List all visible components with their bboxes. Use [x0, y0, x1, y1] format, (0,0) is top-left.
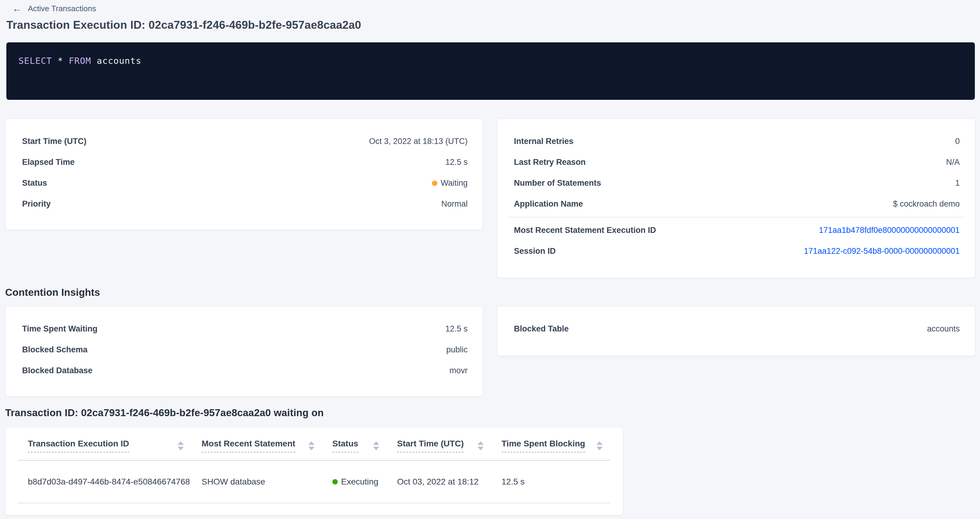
summary-label: Last Retry Reason: [514, 157, 585, 167]
column-header-start-time[interactable]: Start Time (UTC): [387, 427, 492, 460]
summary-row: Internal Retries 0: [514, 131, 960, 152]
column-header-label[interactable]: Status: [332, 439, 358, 452]
execution-details-card: Internal Retries 0 Last Retry Reason N/A…: [497, 119, 975, 278]
column-header-label[interactable]: Most Recent Statement: [202, 439, 295, 452]
blocked-database-value: movr: [449, 366, 468, 375]
sql-text: accounts: [91, 56, 142, 66]
summary-row: Status Waiting: [22, 173, 468, 194]
card-divider: [508, 217, 966, 217]
summary-label: Blocked Database: [22, 366, 92, 375]
last-retry-reason-value: N/A: [946, 157, 960, 167]
cell-start-time: Oct 03, 2022 at 18:12: [387, 477, 492, 487]
number-of-statements-value: 1: [955, 178, 960, 188]
status-text: Executing: [341, 477, 378, 487]
internal-retries-value: 0: [955, 137, 960, 146]
column-header-most-recent-statement[interactable]: Most Recent Statement: [192, 427, 322, 460]
summary-label: Session ID: [514, 246, 556, 256]
summary-row: Time Spent Waiting 12.5 s: [22, 319, 468, 339]
summary-row: Blocked Schema public: [22, 339, 468, 360]
summary-label: Status: [22, 178, 47, 188]
sort-arrows-icon[interactable]: [309, 441, 315, 450]
sql-keyword: FROM: [69, 56, 91, 66]
sort-arrows-icon[interactable]: [178, 441, 184, 450]
column-header-status[interactable]: Status: [322, 427, 387, 460]
cell-time-spent-blocking: 12.5 s: [492, 477, 611, 487]
waiting-on-table-card: Transaction Execution ID Most Recent Sta…: [5, 427, 623, 515]
sort-arrows-icon[interactable]: [477, 441, 484, 450]
priority-value: Normal: [441, 199, 468, 209]
summary-label: Application Name: [514, 199, 583, 209]
breadcrumb[interactable]: ← Active Transactions: [12, 4, 96, 13]
session-id-link[interactable]: 171aa122-c092-54b8-0000-000000000001: [804, 246, 960, 256]
waiting-on-heading: Transaction ID: 02ca7931-f246-469b-b2fe-…: [5, 407, 324, 419]
status-value: Waiting: [432, 178, 468, 188]
blocked-table-value: accounts: [927, 324, 960, 333]
summary-row: Blocked Table accounts: [514, 319, 960, 339]
status-executing-dot-icon: [332, 479, 338, 484]
blocked-table-card: Blocked Table accounts: [497, 306, 975, 356]
summary-label: Internal Retries: [514, 137, 574, 146]
table-header-row: Transaction Execution ID Most Recent Sta…: [18, 427, 611, 460]
page-title: Transaction Execution ID: 02ca7931-f246-…: [6, 19, 361, 32]
summary-row: Priority Normal: [22, 194, 468, 214]
column-header-time-spent-blocking[interactable]: Time Spent Blocking: [492, 427, 611, 460]
summary-label: Time Spent Waiting: [22, 324, 97, 333]
summary-label: Blocked Schema: [22, 345, 88, 354]
contention-insights-heading: Contention Insights: [5, 287, 100, 298]
cell-most-recent-statement: SHOW database: [192, 477, 322, 487]
summary-row: Session ID 171aa122-c092-54b8-0000-00000…: [514, 241, 960, 262]
status-waiting-dot-icon: [432, 181, 438, 186]
application-name-value: $ cockroach demo: [893, 199, 960, 209]
status-text: Waiting: [441, 178, 468, 188]
summary-label: Number of Statements: [514, 178, 601, 188]
back-arrow-icon[interactable]: ←: [12, 4, 22, 13]
sql-statement-box: SELECT * FROM accounts: [6, 42, 975, 100]
summary-label: Priority: [22, 199, 51, 209]
sql-keyword: SELECT: [19, 56, 52, 66]
active-transaction-details-page: ← Active Transactions Transaction Execut…: [0, 0, 980, 519]
elapsed-time-value: 12.5 s: [445, 157, 468, 167]
sql-statement-text: SELECT * FROM accounts: [19, 56, 963, 66]
summary-row: Most Recent Statement Execution ID 171aa…: [514, 220, 960, 241]
time-spent-waiting-value: 12.5 s: [445, 324, 468, 333]
start-time-value: Oct 3, 2022 at 18:13 (UTC): [369, 137, 468, 146]
summary-label: Blocked Table: [514, 324, 569, 333]
cell-transaction-execution-id: b8d7d03a-d497-446b-8474-e50846674768: [18, 477, 192, 487]
transaction-summary-card: Start Time (UTC) Oct 3, 2022 at 18:13 (U…: [5, 119, 483, 230]
blocked-schema-value: public: [446, 345, 468, 354]
column-header-label[interactable]: Transaction Execution ID: [28, 439, 129, 452]
summary-row: Application Name $ cockroach demo: [514, 194, 960, 214]
sort-arrows-icon[interactable]: [597, 441, 603, 450]
summary-row: Start Time (UTC) Oct 3, 2022 at 18:13 (U…: [22, 131, 468, 152]
sql-text: *: [52, 56, 69, 66]
summary-row: Blocked Database movr: [22, 360, 468, 381]
sort-arrows-icon[interactable]: [373, 441, 379, 450]
summary-row: Elapsed Time 12.5 s: [22, 152, 468, 173]
summary-label: Most Recent Statement Execution ID: [514, 225, 656, 235]
back-link-label[interactable]: Active Transactions: [28, 4, 96, 13]
summary-label: Elapsed Time: [22, 157, 75, 167]
summary-row: Number of Statements 1: [514, 173, 960, 194]
table-row: b8d7d03a-d497-446b-8474-e50846674768 SHO…: [18, 460, 611, 503]
column-header-label[interactable]: Time Spent Blocking: [501, 439, 585, 452]
summary-row: Last Retry Reason N/A: [514, 152, 960, 173]
column-header-transaction-execution-id[interactable]: Transaction Execution ID: [18, 427, 192, 460]
cell-status: Executing: [322, 477, 387, 487]
waiting-on-table: Transaction Execution ID Most Recent Sta…: [18, 427, 611, 503]
statement-execution-id-link[interactable]: 171aa1b478fdf0e80000000000000001: [819, 225, 960, 235]
contention-details-card: Time Spent Waiting 12.5 s Blocked Schema…: [5, 306, 483, 397]
column-header-label[interactable]: Start Time (UTC): [397, 439, 464, 452]
summary-label: Start Time (UTC): [22, 137, 87, 146]
